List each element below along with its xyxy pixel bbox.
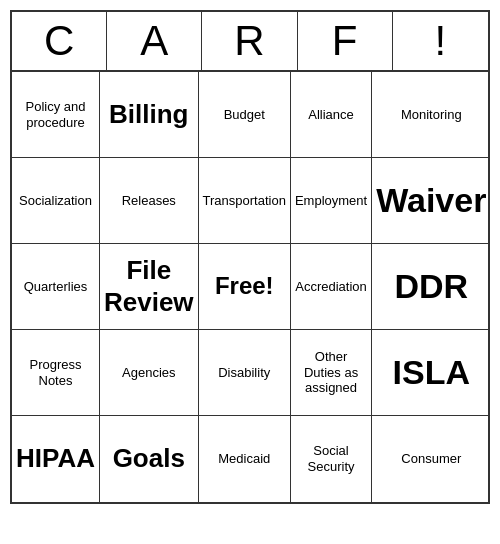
bingo-cell: Policy and procedure [12, 72, 100, 158]
bingo-cell: Monitoring [372, 72, 490, 158]
bingo-cell: DDR [372, 244, 490, 330]
bingo-cell: Quarterlies [12, 244, 100, 330]
bingo-cell: Social Security [291, 416, 372, 502]
bingo-cell: Transportation [199, 158, 291, 244]
bingo-cell: Alliance [291, 72, 372, 158]
bingo-cell: Billing [100, 72, 199, 158]
bingo-cell: Medicaid [199, 416, 291, 502]
bingo-cell: Agencies [100, 330, 199, 416]
header-letter: F [298, 12, 393, 70]
bingo-cell: Disability [199, 330, 291, 416]
bingo-cell: Socialization [12, 158, 100, 244]
bingo-cell: Other Duties as assigned [291, 330, 372, 416]
bingo-grid: Policy and procedureBillingBudgetAllianc… [12, 72, 488, 502]
bingo-cell: Accrediation [291, 244, 372, 330]
bingo-cell: Releases [100, 158, 199, 244]
bingo-cell: Waiver [372, 158, 490, 244]
bingo-cell: Progress Notes [12, 330, 100, 416]
header-letter: ! [393, 12, 488, 70]
bingo-cell: Budget [199, 72, 291, 158]
bingo-card: CARF! Policy and procedureBillingBudgetA… [10, 10, 490, 504]
bingo-cell: Free! [199, 244, 291, 330]
bingo-cell: Consumer [372, 416, 490, 502]
bingo-cell: File Review [100, 244, 199, 330]
bingo-cell: Goals [100, 416, 199, 502]
bingo-cell: HIPAA [12, 416, 100, 502]
bingo-cell: ISLA [372, 330, 490, 416]
header-letter: C [12, 12, 107, 70]
bingo-header: CARF! [12, 12, 488, 72]
header-letter: A [107, 12, 202, 70]
header-letter: R [202, 12, 297, 70]
bingo-cell: Employment [291, 158, 372, 244]
